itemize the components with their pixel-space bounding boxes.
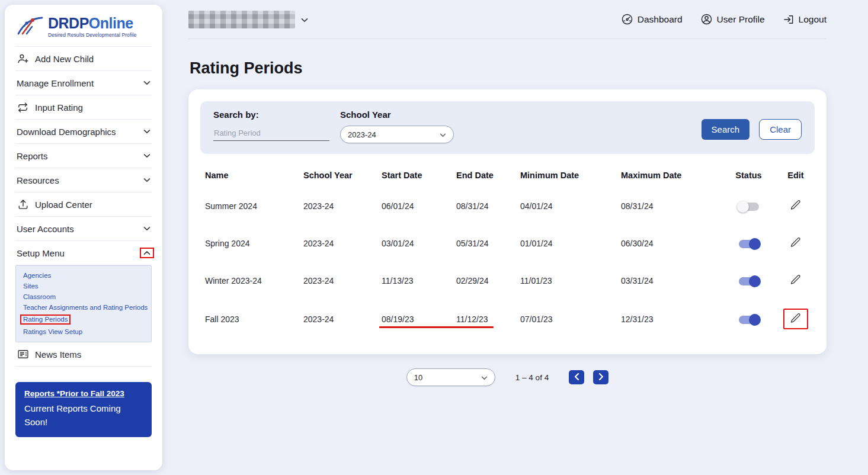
brand-text: DRDPOnline Desired Results Developmental… bbox=[48, 16, 136, 38]
column-header-status: Status bbox=[720, 156, 777, 187]
cell-school-year: 2023-24 bbox=[303, 276, 334, 285]
chevron-down-icon bbox=[143, 178, 150, 182]
status-toggle[interactable] bbox=[739, 240, 759, 248]
sidebar-item-label: Manage Enrollment bbox=[17, 78, 94, 88]
dashboard-link[interactable]: Dashboard bbox=[621, 13, 683, 25]
brand-name-secondary: Online bbox=[89, 15, 133, 31]
repeat-icon bbox=[17, 102, 29, 113]
edit-button[interactable] bbox=[783, 309, 808, 329]
cell-name: Winter 2023-24 bbox=[205, 276, 262, 285]
cell-end-date: 05/31/24 bbox=[456, 239, 489, 248]
toggle-knob bbox=[737, 201, 749, 213]
sidebar-item-label: Resources bbox=[17, 175, 59, 185]
submenu-item-agencies[interactable]: Agencies bbox=[16, 270, 151, 281]
pencil-icon bbox=[790, 274, 802, 287]
sidebar-item-label: Reports bbox=[17, 151, 48, 161]
submenu-item-ratings-view-setup[interactable]: Ratings View Setup bbox=[16, 326, 151, 337]
sidebar-item-label: Upload Center bbox=[35, 200, 92, 210]
setup-submenu: AgenciesSitesClassroomTeacher Assignment… bbox=[15, 265, 152, 342]
agency-selector[interactable] bbox=[188, 11, 308, 28]
pagination-range: 1 – 4 of 4 bbox=[515, 373, 549, 382]
sidebar-item-download-demographics[interactable]: Download Demographics bbox=[15, 120, 152, 144]
sidebar-menu: Add New ChildManage EnrollmentInput Rati… bbox=[15, 47, 152, 265]
cell-maximum-date: 08/31/24 bbox=[621, 201, 654, 211]
dashboard-icon bbox=[621, 13, 633, 25]
pencil-icon bbox=[790, 312, 802, 326]
banner-text: Current Reports Coming Soon! bbox=[24, 402, 128, 429]
pencil-icon bbox=[790, 236, 802, 250]
page-size-value: 10 bbox=[414, 373, 422, 382]
rating-period-input[interactable] bbox=[213, 126, 329, 141]
submenu-item-label: Teacher Assignments and Rating Periods bbox=[23, 304, 148, 311]
pencil-icon bbox=[790, 199, 802, 213]
sidebar-item-resources[interactable]: Resources bbox=[15, 168, 152, 192]
rating-period-row: Winter 2023-242023-2411/13/2302/29/2411/… bbox=[200, 262, 815, 299]
logout-link[interactable]: Logout bbox=[783, 14, 827, 25]
clear-button[interactable]: Clear bbox=[759, 119, 802, 140]
submenu-item-label: Rating Periods bbox=[20, 314, 71, 325]
sidebar-item-user-accounts[interactable]: User Accounts bbox=[15, 217, 152, 241]
brand-name-primary: DRDP bbox=[48, 15, 89, 31]
sidebar-item-upload-center[interactable]: Upload Center bbox=[15, 192, 152, 217]
toggle-knob bbox=[749, 314, 761, 326]
page-size-select[interactable]: 10 bbox=[406, 368, 495, 386]
reports-prior-link[interactable]: Reports *Prior to Fall 2023 bbox=[24, 389, 143, 398]
submenu-item-label: Sites bbox=[23, 283, 39, 290]
sidebar-item-label: User Accounts bbox=[17, 224, 74, 234]
next-page-button[interactable] bbox=[593, 370, 608, 384]
cell-start-date: 03/01/24 bbox=[382, 239, 414, 248]
cell-end-date: 11/12/23 bbox=[456, 314, 488, 324]
submenu-item-rating-periods[interactable]: Rating Periods bbox=[16, 313, 151, 326]
person-add-icon bbox=[17, 53, 29, 65]
rating-period-field: Search by: bbox=[213, 110, 329, 141]
edit-button[interactable] bbox=[786, 271, 806, 290]
search-actions: Search Clear bbox=[702, 110, 802, 140]
edit-button[interactable] bbox=[786, 197, 806, 215]
school-year-value: 2023-24 bbox=[348, 130, 376, 139]
user-profile-link[interactable]: User Profile bbox=[700, 13, 765, 25]
cell-start-date: 06/01/24 bbox=[382, 201, 414, 211]
school-year-label: School Year bbox=[340, 110, 454, 120]
cell-minimum-date: 07/01/23 bbox=[520, 314, 553, 324]
cell-maximum-date: 12/31/23 bbox=[621, 314, 654, 324]
table-header-row: NameSchool YearStart DateEnd DateMinimum… bbox=[200, 156, 815, 187]
sidebar-item-manage-enrollment[interactable]: Manage Enrollment bbox=[15, 71, 152, 95]
cell-minimum-date: 11/01/23 bbox=[520, 276, 552, 285]
cell-end-date: 02/29/24 bbox=[456, 276, 489, 285]
sidebar-item-reports[interactable]: Reports bbox=[15, 144, 152, 168]
rating-period-row: Spring 20242023-2403/01/2405/31/2401/01/… bbox=[200, 224, 815, 262]
upload-icon bbox=[17, 198, 29, 210]
column-header-end-date: End Date bbox=[451, 156, 515, 187]
sidebar: DRDPOnline Desired Results Developmental… bbox=[5, 5, 162, 470]
status-toggle[interactable] bbox=[739, 316, 759, 324]
nav-label: Logout bbox=[799, 14, 827, 25]
search-by-label: Search by: bbox=[213, 110, 329, 120]
submenu-item-sites[interactable]: Sites bbox=[16, 281, 151, 291]
school-year-select[interactable]: 2023-24 bbox=[340, 126, 454, 143]
brand-tagline: Desired Results Developmental Profile bbox=[48, 32, 136, 38]
submenu-item-classroom[interactable]: Classroom bbox=[16, 291, 151, 302]
nav-label: Dashboard bbox=[638, 14, 683, 25]
submenu-item-teacher-assignments-and-rating-periods[interactable]: Teacher Assignments and Rating Periods bbox=[16, 302, 151, 313]
chevron-down-icon bbox=[143, 153, 150, 158]
pagination-buttons bbox=[569, 370, 608, 384]
status-toggle[interactable] bbox=[739, 203, 759, 211]
cell-maximum-date: 06/30/24 bbox=[621, 239, 654, 248]
edit-button[interactable] bbox=[786, 234, 806, 252]
sidebar-item-news-items[interactable]: News Items bbox=[15, 342, 152, 367]
cell-maximum-date: 03/31/24 bbox=[621, 276, 654, 285]
search-button[interactable]: Search bbox=[702, 119, 750, 140]
sidebar-item-label: Download Demographics bbox=[17, 127, 116, 137]
chevron-down-icon bbox=[143, 226, 150, 231]
prev-page-button[interactable] bbox=[569, 370, 584, 384]
status-toggle[interactable] bbox=[739, 277, 759, 285]
sidebar-item-input-rating[interactable]: Input Rating bbox=[15, 95, 152, 120]
chevron-right-icon bbox=[598, 373, 604, 382]
cell-name: Fall 2023 bbox=[205, 314, 239, 324]
rating-period-row: Fall 20232023-2408/19/2311/12/2307/01/23… bbox=[200, 299, 815, 339]
sidebar-item-label: Setup Menu bbox=[17, 248, 65, 258]
nav-label: User Profile bbox=[717, 14, 765, 25]
sidebar-item-add-new-child[interactable]: Add New Child bbox=[15, 47, 152, 71]
cell-minimum-date: 01/01/24 bbox=[520, 239, 553, 248]
sidebar-item-setup-menu[interactable]: Setup Menu bbox=[15, 241, 152, 265]
